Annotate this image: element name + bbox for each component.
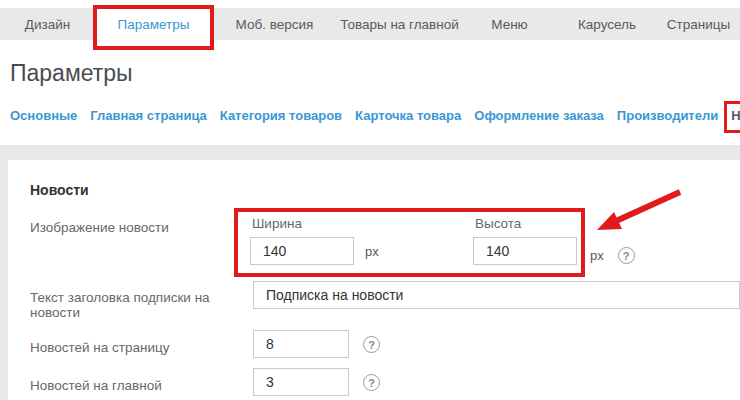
form-row-news-per-page: Новостей на страницу ? — [30, 330, 740, 358]
page-title: Параметры — [10, 60, 740, 87]
form-row-subscribe-title: Текст заголовка подписки на новости — [30, 281, 740, 320]
tab-menu[interactable]: Меню — [462, 8, 557, 40]
height-unit-label: px — [590, 248, 604, 263]
subnav-item-product-card[interactable]: Карточка товара — [355, 108, 461, 123]
highlight-box-image-size: Ширина px Высота — [234, 208, 585, 277]
height-input[interactable] — [473, 237, 577, 265]
tab-bar: Дизайн Параметры Моб. версия Товары на г… — [0, 8, 740, 40]
news-per-page-input[interactable] — [253, 330, 349, 358]
section-title-news: Новости — [30, 182, 740, 198]
width-field-group: Ширина px — [250, 214, 473, 265]
subnav-item-manufacturers[interactable]: Производители — [617, 108, 718, 123]
subscribe-title-input[interactable] — [253, 281, 740, 309]
tab-design[interactable]: Дизайн — [0, 8, 95, 40]
width-label: Ширина — [252, 216, 473, 231]
form-row-news-on-main: Новостей на главной ? — [30, 368, 740, 396]
news-on-main-label: Новостей на главной — [30, 368, 253, 393]
help-icon[interactable]: ? — [618, 247, 635, 264]
subnav-item-news-label: Новости — [731, 108, 740, 123]
subnav-item-product-category[interactable]: Категория товаров — [220, 108, 342, 123]
page-background: Новости Изображение новости Ширина px Вы… — [0, 145, 740, 400]
news-on-main-input[interactable] — [253, 368, 349, 396]
subnav-item-news[interactable]: Новости — [731, 108, 740, 123]
tab-mobile-version[interactable]: Моб. версия — [212, 8, 337, 40]
tab-pages[interactable]: Страницы — [657, 8, 740, 40]
tab-parameters[interactable]: Параметры — [95, 8, 212, 40]
tab-products-on-main[interactable]: Товары на главной — [337, 8, 462, 40]
news-settings-card: Новости Изображение новости Ширина px Вы… — [8, 160, 740, 400]
subnav-item-checkout[interactable]: Оформление заказа — [474, 108, 604, 123]
subnav-item-basic[interactable]: Основные — [10, 108, 77, 123]
height-label: Высота — [475, 216, 577, 231]
news-image-label: Изображение новости — [30, 208, 234, 235]
news-per-page-label: Новостей на страницу — [30, 330, 253, 355]
tab-parameters-label: Параметры — [118, 17, 190, 32]
height-field-group: Высота — [473, 214, 577, 265]
form-row-news-image: Изображение новости Ширина px Высота — [30, 208, 740, 277]
width-unit-label: px — [365, 244, 379, 259]
subnav-item-main-page[interactable]: Главная страница — [90, 108, 206, 123]
subscribe-title-label: Текст заголовка подписки на новости — [30, 281, 253, 320]
settings-subnav: Основные Главная страница Категория това… — [10, 108, 740, 123]
help-icon[interactable]: ? — [363, 336, 380, 353]
help-icon[interactable]: ? — [363, 374, 380, 391]
width-input[interactable] — [250, 237, 354, 265]
tab-carousel[interactable]: Карусель — [557, 8, 657, 40]
